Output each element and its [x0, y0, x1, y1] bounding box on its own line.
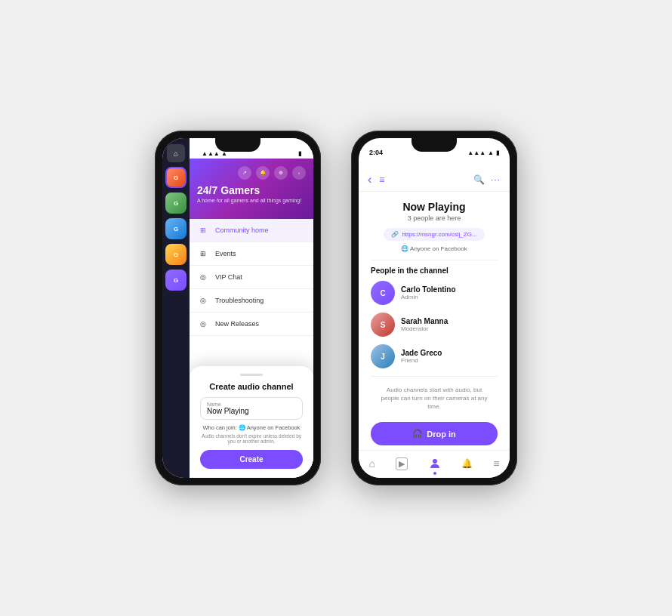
nav-label-community-home: Community home: [215, 226, 269, 234]
link-icon: 🔗: [391, 231, 399, 238]
left-phone: ⌂ G G G G G: [155, 131, 321, 485]
sidebar-strip: ⌂ G G G G G: [162, 138, 190, 478]
time-display: 2:04: [369, 149, 383, 156]
channel-title: Now Playing: [371, 201, 498, 213]
nav-label-events: Events: [215, 250, 236, 257]
more-options-button[interactable]: ···: [491, 174, 501, 185]
community-banner: ↗ 🔔 ⊕ › 24/7 Gamers A home for all gamer…: [190, 159, 313, 219]
people-count: 3 people are here: [371, 214, 498, 222]
sheet-title: Create audio channel: [200, 382, 303, 391]
avatar-jade: J: [371, 344, 395, 368]
events-icon: ⊞: [197, 248, 209, 260]
svg-point-0: [433, 459, 437, 464]
person-name-carlo: Carlo Tolentino: [401, 285, 456, 294]
divider-1: [371, 260, 498, 260]
divider-2: [371, 376, 498, 377]
battery-right-icon: ▮: [496, 149, 499, 156]
bell-icon[interactable]: 🔔: [256, 166, 270, 180]
who-can-join-rp: 🌐 Anyone on Facebook: [371, 245, 498, 252]
person-role-jade: Friend: [401, 357, 442, 364]
back-button[interactable]: ‹: [368, 173, 371, 186]
nav-item-vip-chat[interactable]: ◎ VIP Chat: [190, 266, 313, 289]
bell-nav-icon: 🔔: [461, 458, 473, 469]
signal-icon: ▲▲▲: [467, 149, 486, 156]
sidebar-avatar-2[interactable]: G: [165, 192, 186, 214]
sidebar-home-icon[interactable]: ⌂: [167, 144, 185, 162]
sidebar-avatar-4[interactable]: G: [165, 244, 186, 265]
nav-item-troubleshooting[interactable]: ◎ Troubleshooting: [190, 289, 313, 313]
channel-link-pill[interactable]: 🔗 https://msngr.com/cslj_ZG...: [384, 228, 484, 241]
sidebar-avatar-1[interactable]: G: [165, 167, 186, 188]
nav-home[interactable]: ⌂: [364, 456, 379, 471]
nav-label-vip-chat: VIP Chat: [215, 273, 242, 281]
headphone-icon: 🎧: [412, 429, 423, 439]
search-button[interactable]: 🔍: [473, 174, 485, 185]
person-role-carlo: Admin: [401, 294, 456, 300]
home-nav-icon: ⌂: [368, 457, 375, 470]
channel-link: https://msngr.com/cslj_ZG...: [402, 231, 476, 238]
person-sarah: S Sarah Manna Moderator: [371, 313, 498, 337]
globe-icon-rp: 🌐: [401, 245, 410, 252]
new-releases-icon: ◎: [197, 318, 209, 330]
people-section-title: People in the channel: [371, 266, 498, 275]
bottom-sheet: Create audio channel Name Now Playing Wh…: [190, 366, 313, 478]
hamburger-menu[interactable]: ≡: [379, 174, 384, 185]
right-phone: 2:04 ▲▲▲ ▲ ▮ ‹ ≡ 🔍 ··· Now Playing 3 peo…: [351, 131, 517, 485]
notch: [215, 138, 260, 152]
person-name-sarah: Sarah Manna: [401, 317, 448, 325]
channel-name-value: Now Playing: [207, 407, 296, 415]
person-name-jade: Jade Greco: [401, 349, 442, 357]
who-can-join-text: Who can join: 🌐 Anyone on Facebook: [200, 424, 303, 431]
play-nav-icon: ▶: [396, 457, 408, 470]
audio-info-text: Audio channels start with audio, but peo…: [371, 383, 498, 414]
sheet-handle: [240, 374, 263, 376]
nav-people[interactable]: [424, 455, 446, 472]
community-home-icon: ⊞: [197, 224, 209, 236]
menu-nav-icon: ≡: [493, 457, 499, 470]
sidebar-avatar-5[interactable]: G: [165, 270, 186, 291]
vip-chat-icon: ◎: [197, 271, 209, 283]
rp-header: ‹ ≡ 🔍 ···: [359, 170, 510, 192]
shield-icon[interactable]: ⊕: [274, 166, 288, 180]
avatar-sarah: S: [371, 313, 395, 337]
bottom-nav: ⌂ ▶ 🔔 ≡: [359, 450, 510, 478]
rp-body: Now Playing 3 people are here 🔗 https://…: [359, 192, 510, 422]
nav-item-community-home[interactable]: ⊞ Community home: [190, 219, 313, 242]
person-jade: J Jade Greco Friend: [371, 344, 498, 368]
create-button[interactable]: Create: [200, 450, 303, 469]
nav-play[interactable]: ▶: [391, 456, 412, 472]
main-panel: ▲▲▲ ▲ ▮ ↗ 🔔 ⊕ › 24/7 Gamers A home f: [190, 138, 313, 478]
troubleshooting-icon: ◎: [197, 294, 209, 306]
nav-item-new-releases[interactable]: ◎ New Releases: [190, 313, 313, 336]
avatar-carlo: C: [371, 281, 395, 305]
drop-in-button[interactable]: 🎧 Drop in: [371, 422, 498, 445]
nav-label-troubleshooting: Troubleshooting: [215, 297, 264, 304]
community-title: 24/7 Gamers: [197, 184, 306, 196]
sidebar-avatar-3[interactable]: G: [165, 218, 186, 239]
battery-icon: ▮: [298, 150, 301, 157]
nav-menu-btn[interactable]: ≡: [489, 456, 504, 471]
person-carlo: C Carlo Tolentino Admin: [371, 281, 498, 305]
person-role-sarah: Moderator: [401, 325, 448, 332]
channel-name-label: Name: [207, 402, 296, 407]
nav-bell[interactable]: 🔔: [457, 457, 477, 470]
community-subtitle: A home for all gamers and all things gam…: [197, 198, 306, 203]
wifi-icon: ▲: [488, 149, 494, 156]
channel-name-input[interactable]: Name Now Playing: [200, 397, 303, 420]
share-icon[interactable]: ↗: [238, 166, 251, 180]
nav-item-events[interactable]: ⊞ Events: [190, 242, 313, 266]
notch-right: [412, 138, 457, 152]
channel-meta-text: Audio channels don't expire unless delet…: [200, 433, 303, 444]
people-nav-icon: [428, 457, 442, 470]
more-icon[interactable]: ›: [292, 166, 306, 180]
nav-label-new-releases: New Releases: [215, 320, 259, 328]
